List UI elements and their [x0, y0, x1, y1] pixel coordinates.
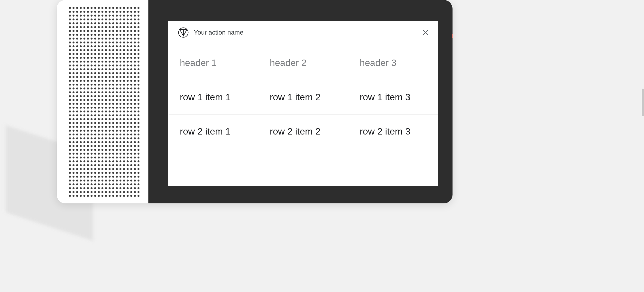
speaker-panel	[57, 0, 148, 203]
close-button[interactable]	[421, 28, 430, 37]
svg-rect-1	[69, 7, 141, 199]
action-logo-icon	[178, 27, 189, 38]
table-cell: row 2 item 1	[168, 114, 258, 149]
smart-display-device: Your action name header 1 header 2 heade…	[57, 0, 453, 203]
table-cell: row 2 item 3	[348, 114, 438, 149]
action-name-label: Your action name	[194, 29, 416, 36]
camera-led-icon	[452, 33, 453, 39]
close-icon	[422, 29, 429, 36]
speaker-dotgrid-icon	[69, 7, 141, 199]
table-cell: row 1 item 2	[258, 80, 348, 114]
table-cell: row 2 item 2	[258, 114, 348, 149]
display-screen: Your action name header 1 header 2 heade…	[148, 0, 453, 203]
content-card: Your action name header 1 header 2 heade…	[168, 21, 438, 186]
table-header-cell: header 3	[348, 46, 438, 80]
table-header-cell: header 1	[168, 46, 258, 80]
table-cell: row 1 item 3	[348, 80, 438, 114]
table-cell: row 1 item 1	[168, 80, 258, 114]
table-row: row 1 item 1 row 1 item 2 row 1 item 3	[168, 80, 438, 114]
card-header: Your action name	[168, 21, 438, 46]
page-scroll-hint	[642, 89, 644, 116]
data-table: header 1 header 2 header 3 row 1 item 1 …	[168, 46, 438, 148]
table-row: row 2 item 1 row 2 item 2 row 2 item 3	[168, 114, 438, 149]
table-header-cell: header 2	[258, 46, 348, 80]
table-header-row: header 1 header 2 header 3	[168, 46, 438, 80]
